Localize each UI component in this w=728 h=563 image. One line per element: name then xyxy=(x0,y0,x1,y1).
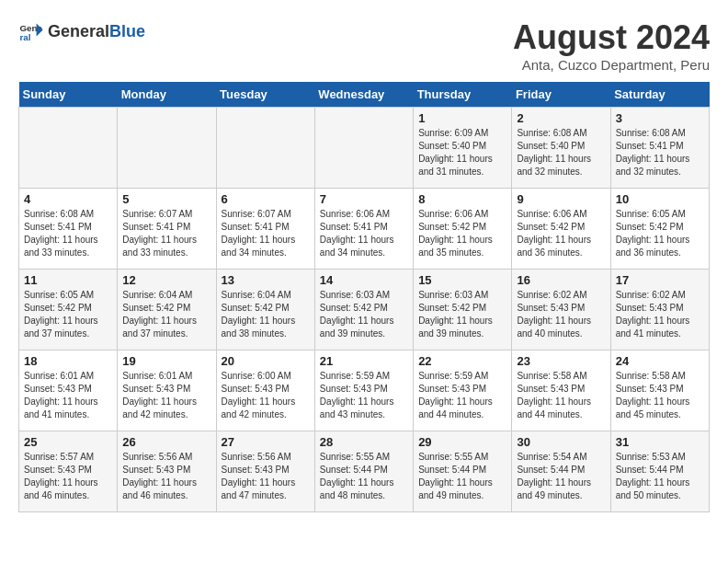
day-info: Sunrise: 6:02 AM Sunset: 5:43 PM Dayligh… xyxy=(517,289,605,340)
subtitle: Anta, Cuzco Department, Peru xyxy=(513,57,710,73)
day-number: 14 xyxy=(320,273,408,287)
day-of-week-header: Tuesday xyxy=(216,82,314,108)
day-number: 8 xyxy=(418,192,506,206)
day-info: Sunrise: 5:58 AM Sunset: 5:43 PM Dayligh… xyxy=(616,370,704,421)
day-info: Sunrise: 6:03 AM Sunset: 5:42 PM Dayligh… xyxy=(418,289,506,340)
calendar-cell: 19Sunrise: 6:01 AM Sunset: 5:43 PM Dayli… xyxy=(118,350,216,431)
day-info: Sunrise: 5:56 AM Sunset: 5:43 PM Dayligh… xyxy=(222,451,310,502)
day-info: Sunrise: 6:07 AM Sunset: 5:41 PM Dayligh… xyxy=(122,208,210,259)
day-info: Sunrise: 6:01 AM Sunset: 5:43 PM Dayligh… xyxy=(24,370,112,421)
day-number: 1 xyxy=(418,111,506,125)
logo-icon: Gene ral xyxy=(18,18,44,44)
calendar-cell: 15Sunrise: 6:03 AM Sunset: 5:42 PM Dayli… xyxy=(414,270,512,350)
day-number: 4 xyxy=(24,192,112,206)
calendar-cell xyxy=(19,108,118,189)
calendar-cell: 17Sunrise: 6:02 AM Sunset: 5:43 PM Dayli… xyxy=(610,270,709,350)
calendar-cell: 26Sunrise: 5:56 AM Sunset: 5:43 PM Dayli… xyxy=(118,431,216,512)
day-number: 24 xyxy=(616,354,704,368)
day-info: Sunrise: 6:06 AM Sunset: 5:42 PM Dayligh… xyxy=(517,208,605,259)
calendar-cell: 2Sunrise: 6:08 AM Sunset: 5:40 PM Daylig… xyxy=(512,108,610,189)
day-number: 2 xyxy=(517,111,605,125)
day-info: Sunrise: 6:02 AM Sunset: 5:43 PM Dayligh… xyxy=(616,289,704,340)
calendar-cell: 13Sunrise: 6:04 AM Sunset: 5:42 PM Dayli… xyxy=(216,270,314,350)
day-info: Sunrise: 6:05 AM Sunset: 5:42 PM Dayligh… xyxy=(24,289,112,340)
day-of-week-header: Wednesday xyxy=(314,82,413,108)
calendar-cell: 14Sunrise: 6:03 AM Sunset: 5:42 PM Dayli… xyxy=(314,270,413,350)
day-info: Sunrise: 5:57 AM Sunset: 5:43 PM Dayligh… xyxy=(24,451,112,502)
day-number: 19 xyxy=(122,354,210,368)
calendar-cell: 22Sunrise: 5:59 AM Sunset: 5:43 PM Dayli… xyxy=(414,350,512,431)
calendar-week-row: 1Sunrise: 6:09 AM Sunset: 5:40 PM Daylig… xyxy=(19,108,710,189)
day-number: 31 xyxy=(616,435,704,449)
calendar-week-row: 18Sunrise: 6:01 AM Sunset: 5:43 PM Dayli… xyxy=(19,350,710,431)
day-number: 30 xyxy=(517,435,605,449)
day-number: 12 xyxy=(122,273,210,287)
day-info: Sunrise: 5:59 AM Sunset: 5:43 PM Dayligh… xyxy=(418,370,506,421)
day-number: 21 xyxy=(320,354,408,368)
day-number: 27 xyxy=(222,435,310,449)
calendar-cell: 23Sunrise: 5:58 AM Sunset: 5:43 PM Dayli… xyxy=(512,350,610,431)
day-number: 13 xyxy=(222,273,310,287)
day-number: 23 xyxy=(517,354,605,368)
calendar-cell: 12Sunrise: 6:04 AM Sunset: 5:42 PM Dayli… xyxy=(118,270,216,350)
header-row: SundayMondayTuesdayWednesdayThursdayFrid… xyxy=(19,82,710,108)
calendar-cell: 21Sunrise: 5:59 AM Sunset: 5:43 PM Dayli… xyxy=(314,350,413,431)
day-number: 26 xyxy=(122,435,210,449)
calendar-cell: 20Sunrise: 6:00 AM Sunset: 5:43 PM Dayli… xyxy=(216,350,314,431)
main-title: August 2024 xyxy=(513,18,710,57)
calendar-cell xyxy=(314,108,413,189)
day-info: Sunrise: 5:56 AM Sunset: 5:43 PM Dayligh… xyxy=(122,451,210,502)
day-number: 28 xyxy=(320,435,408,449)
calendar-cell: 11Sunrise: 6:05 AM Sunset: 5:42 PM Dayli… xyxy=(19,270,118,350)
day-number: 6 xyxy=(222,192,310,206)
day-info: Sunrise: 5:59 AM Sunset: 5:43 PM Dayligh… xyxy=(320,370,408,421)
day-number: 29 xyxy=(418,435,506,449)
day-info: Sunrise: 5:58 AM Sunset: 5:43 PM Dayligh… xyxy=(517,370,605,421)
calendar-week-row: 11Sunrise: 6:05 AM Sunset: 5:42 PM Dayli… xyxy=(19,270,710,350)
day-number: 5 xyxy=(122,192,210,206)
day-number: 17 xyxy=(616,273,704,287)
calendar-week-row: 4Sunrise: 6:08 AM Sunset: 5:41 PM Daylig… xyxy=(19,189,710,270)
calendar-header: SundayMondayTuesdayWednesdayThursdayFrid… xyxy=(19,82,710,108)
day-number: 25 xyxy=(24,435,112,449)
calendar-cell: 27Sunrise: 5:56 AM Sunset: 5:43 PM Dayli… xyxy=(216,431,314,512)
day-info: Sunrise: 6:08 AM Sunset: 5:41 PM Dayligh… xyxy=(616,127,704,178)
day-info: Sunrise: 6:08 AM Sunset: 5:40 PM Dayligh… xyxy=(517,127,605,178)
day-info: Sunrise: 5:54 AM Sunset: 5:44 PM Dayligh… xyxy=(517,451,605,502)
day-info: Sunrise: 5:55 AM Sunset: 5:44 PM Dayligh… xyxy=(418,451,506,502)
calendar-cell: 7Sunrise: 6:06 AM Sunset: 5:41 PM Daylig… xyxy=(314,189,413,270)
calendar-cell: 16Sunrise: 6:02 AM Sunset: 5:43 PM Dayli… xyxy=(512,270,610,350)
calendar-cell: 29Sunrise: 5:55 AM Sunset: 5:44 PM Dayli… xyxy=(414,431,512,512)
day-info: Sunrise: 6:09 AM Sunset: 5:40 PM Dayligh… xyxy=(418,127,506,178)
calendar-cell: 28Sunrise: 5:55 AM Sunset: 5:44 PM Dayli… xyxy=(314,431,413,512)
calendar-cell: 1Sunrise: 6:09 AM Sunset: 5:40 PM Daylig… xyxy=(414,108,512,189)
logo-blue: Blue xyxy=(109,22,145,41)
day-info: Sunrise: 6:05 AM Sunset: 5:42 PM Dayligh… xyxy=(616,208,704,259)
day-of-week-header: Sunday xyxy=(19,82,118,108)
calendar-cell: 5Sunrise: 6:07 AM Sunset: 5:41 PM Daylig… xyxy=(118,189,216,270)
day-info: Sunrise: 6:00 AM Sunset: 5:43 PM Dayligh… xyxy=(222,370,310,421)
day-info: Sunrise: 5:53 AM Sunset: 5:44 PM Dayligh… xyxy=(616,451,704,502)
day-info: Sunrise: 6:03 AM Sunset: 5:42 PM Dayligh… xyxy=(320,289,408,340)
day-of-week-header: Monday xyxy=(118,82,216,108)
calendar-cell xyxy=(216,108,314,189)
day-number: 11 xyxy=(24,273,112,287)
day-of-week-header: Thursday xyxy=(414,82,512,108)
day-number: 15 xyxy=(418,273,506,287)
day-of-week-header: Friday xyxy=(512,82,610,108)
calendar-cell: 24Sunrise: 5:58 AM Sunset: 5:43 PM Dayli… xyxy=(610,350,709,431)
calendar-cell: 4Sunrise: 6:08 AM Sunset: 5:41 PM Daylig… xyxy=(19,189,118,270)
day-info: Sunrise: 6:08 AM Sunset: 5:41 PM Dayligh… xyxy=(24,208,112,259)
day-of-week-header: Saturday xyxy=(610,82,709,108)
calendar-cell: 31Sunrise: 5:53 AM Sunset: 5:44 PM Dayli… xyxy=(610,431,709,512)
calendar-cell: 18Sunrise: 6:01 AM Sunset: 5:43 PM Dayli… xyxy=(19,350,118,431)
calendar-body: 1Sunrise: 6:09 AM Sunset: 5:40 PM Daylig… xyxy=(19,108,710,512)
day-number: 16 xyxy=(517,273,605,287)
day-info: Sunrise: 6:04 AM Sunset: 5:42 PM Dayligh… xyxy=(122,289,210,340)
page-header: Gene ral GeneralBlue August 2024 Anta, C… xyxy=(18,18,710,73)
calendar-cell xyxy=(118,108,216,189)
day-number: 9 xyxy=(517,192,605,206)
day-info: Sunrise: 5:55 AM Sunset: 5:44 PM Dayligh… xyxy=(320,451,408,502)
svg-text:ral: ral xyxy=(19,32,30,42)
calendar-cell: 8Sunrise: 6:06 AM Sunset: 5:42 PM Daylig… xyxy=(414,189,512,270)
